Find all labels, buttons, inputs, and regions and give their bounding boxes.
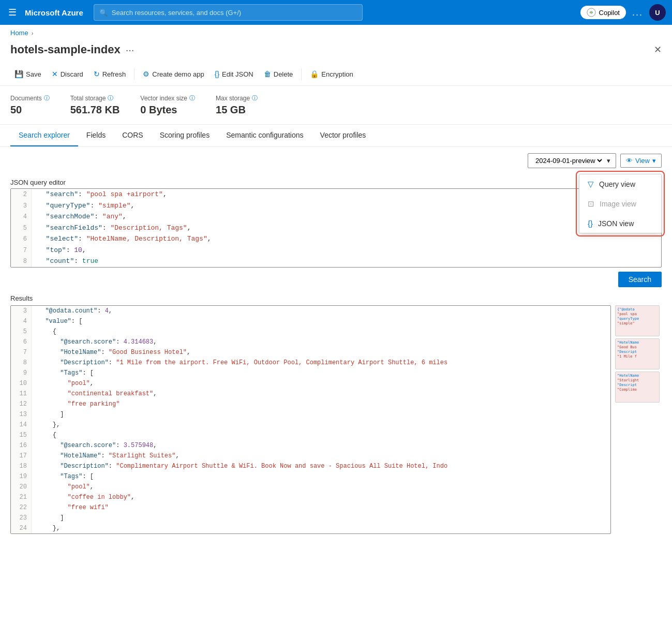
close-button[interactable]: ✕ xyxy=(654,44,662,55)
line-number: 22 xyxy=(11,502,32,513)
results-editor[interactable]: 3 "@odata.count": 4, 4 "value": [ 5 { 6 xyxy=(10,305,611,534)
api-version-dropdown[interactable]: 2024-09-01-preview xyxy=(533,156,604,165)
line-number: 11 xyxy=(11,389,32,399)
result-line-15: 15 { xyxy=(11,430,610,440)
editor-line-6: 7 "top": 10, xyxy=(11,245,661,256)
toolbar-separator-1 xyxy=(134,68,135,80)
stat-total-storage: Total storage ⓘ 561.78 KB xyxy=(70,94,120,116)
edit-json-button[interactable]: {} Edit JSON xyxy=(211,67,258,81)
line-number: 8 xyxy=(11,358,32,368)
tab-scoring-profiles[interactable]: Scoring profiles xyxy=(152,125,218,146)
image-icon: ⊡ xyxy=(588,199,594,209)
result-line-23: 23 ] xyxy=(11,513,610,523)
result-line-19: 19 "Tags": [ xyxy=(11,471,610,482)
stat-max-storage-info-icon[interactable]: ⓘ xyxy=(252,94,258,102)
query-view-label: Query view xyxy=(599,180,635,188)
encryption-button[interactable]: 🔒 Encryption xyxy=(306,67,357,81)
image-view-label: Image view xyxy=(600,200,636,208)
stat-total-storage-info-icon[interactable]: ⓘ xyxy=(108,94,113,102)
result-line-24: 24 }, xyxy=(11,523,610,533)
line-code: "Description": "1 Mile from the airport.… xyxy=(32,358,610,368)
stat-max-storage-value: 15 GB xyxy=(216,104,258,116)
result-line-20: 20 "pool", xyxy=(11,482,610,492)
stat-documents-label: Documents xyxy=(10,95,42,102)
line-code: "search": "pool spa +airport", xyxy=(32,189,661,200)
editor-line-4: 5 "searchFields": "Description, Tags", xyxy=(11,222,661,234)
stat-vector-label: Vector index size xyxy=(140,95,187,102)
page-title-more-icon[interactable]: ··· xyxy=(126,44,135,56)
stats-row: Documents ⓘ 50 Total storage ⓘ 561.78 KB… xyxy=(0,86,672,125)
delete-button[interactable]: 🗑 Delete xyxy=(260,67,297,81)
page-title: hotels-sample-index xyxy=(10,43,121,56)
line-number: 20 xyxy=(11,482,32,492)
editor-label: JSON query editor xyxy=(10,174,662,188)
more-options-icon[interactable]: ... xyxy=(632,7,643,18)
json-view-option[interactable]: {} JSON view xyxy=(579,214,661,233)
tab-search-explorer[interactable]: Search explorer xyxy=(10,125,78,146)
result-line-7: 7 "HotelName": "Good Business Hotel", xyxy=(11,347,610,358)
result-line-9: 9 "Tags": [ xyxy=(11,368,610,378)
api-version-selector[interactable]: 2024-09-01-preview ▾ xyxy=(528,153,616,168)
results-thumbnails: {"@odata "pool spa "queryType "simple" "… xyxy=(615,305,662,534)
line-number: 4 xyxy=(11,211,32,222)
create-demo-icon: ⚙ xyxy=(143,70,150,78)
chevron-down-icon: ▾ xyxy=(607,157,610,165)
image-view-option[interactable]: ⊡ Image view xyxy=(579,194,661,214)
copilot-button[interactable]: Copilot xyxy=(580,6,626,19)
stat-documents-info-icon[interactable]: ⓘ xyxy=(44,94,50,102)
line-number: 8 xyxy=(11,256,32,267)
stat-vector-index-size: Vector index size ⓘ 0 Bytes xyxy=(140,94,195,116)
save-button[interactable]: 💾 Save xyxy=(10,67,46,81)
breadcrumb-home[interactable]: Home xyxy=(10,29,28,37)
app-logo: Microsoft Azure xyxy=(25,8,83,17)
search-button[interactable]: Search xyxy=(618,272,662,287)
discard-label: Discard xyxy=(61,70,83,78)
filter-icon: ▽ xyxy=(588,180,594,189)
line-code: "select": "HotelName, Description, Tags"… xyxy=(32,233,661,245)
line-number: 9 xyxy=(11,368,32,378)
query-view-option[interactable]: ▽ Query view xyxy=(579,174,661,194)
view-chevron-down-icon: ▾ xyxy=(652,157,656,165)
result-line-13: 13 ] xyxy=(11,409,610,420)
tab-fields[interactable]: Fields xyxy=(78,125,114,146)
result-thumbnail-1: {"@odata "pool spa "queryType "simple" xyxy=(615,305,660,336)
save-icon: 💾 xyxy=(14,70,23,78)
line-number: 21 xyxy=(11,492,32,502)
global-search-bar[interactable]: 🔍 Search resources, services, and docs (… xyxy=(94,4,363,21)
line-code: { xyxy=(32,430,610,440)
line-number: 12 xyxy=(11,399,32,409)
line-number: 3 xyxy=(11,200,32,212)
result-line-21: 21 "coffee in lobby", xyxy=(11,492,610,502)
line-number: 13 xyxy=(11,409,32,420)
tab-cors[interactable]: CORS xyxy=(114,125,151,146)
delete-label: Delete xyxy=(274,70,293,78)
view-label: View xyxy=(635,157,650,165)
query-controls: 2024-09-01-preview ▾ 👁 View ▾ ▽ Query vi… xyxy=(10,147,662,174)
json-icon: {} xyxy=(588,219,593,228)
create-demo-button[interactable]: ⚙ Create demo app xyxy=(139,67,208,81)
line-number: 2 xyxy=(11,189,32,200)
json-query-editor[interactable]: 2 "search": "pool spa +airport", 3 "quer… xyxy=(10,188,662,268)
stat-max-storage: Max storage ⓘ 15 GB xyxy=(216,94,258,116)
line-number: 23 xyxy=(11,513,32,523)
tab-vector-profiles[interactable]: Vector profiles xyxy=(312,125,375,146)
line-number: 19 xyxy=(11,471,32,482)
line-code: "searchFields": "Description, Tags", xyxy=(32,222,661,234)
results-label: Results xyxy=(10,291,662,305)
stat-vector-info-icon[interactable]: ⓘ xyxy=(189,94,195,102)
hamburger-icon[interactable]: ☰ xyxy=(6,5,19,20)
avatar[interactable]: U xyxy=(649,4,666,21)
line-code: "free parking" xyxy=(32,399,610,409)
result-line-10: 10 "pool", xyxy=(11,378,610,389)
content-area: 2024-09-01-preview ▾ 👁 View ▾ ▽ Query vi… xyxy=(0,147,672,534)
result-line-22: 22 "free wifi" xyxy=(11,502,610,513)
line-code: "continental breakfast", xyxy=(32,389,610,399)
discard-button[interactable]: ✕ Discard xyxy=(48,67,87,81)
line-code: { xyxy=(32,327,610,337)
tab-semantic-configurations[interactable]: Semantic configurations xyxy=(218,125,311,146)
line-code: "value": [ xyxy=(32,316,610,327)
refresh-button[interactable]: ↻ Refresh xyxy=(89,67,130,81)
line-code: "Description": "Complimentary Airport Sh… xyxy=(32,461,610,471)
view-button[interactable]: 👁 View ▾ xyxy=(620,154,662,168)
line-code: "pool", xyxy=(32,378,610,389)
